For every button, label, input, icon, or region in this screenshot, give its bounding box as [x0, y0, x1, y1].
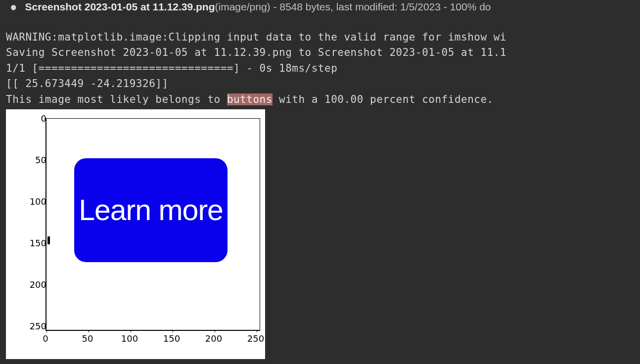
y-tick-label: 50: [27, 155, 46, 165]
y-tick-label: 150: [27, 238, 46, 248]
file-meta-label: (image/png) - 8548 bytes, last modified:…: [215, 1, 491, 12]
x-tick-label: 250: [246, 333, 266, 344]
console-line-logits: [[ 25.673449 -24.219326]]: [6, 78, 169, 90]
plot-axes: Learn more: [46, 118, 260, 331]
x-tick-label: 50: [78, 333, 97, 344]
console-line-warning: WARNING:matplotlib.image:Clipping input …: [6, 31, 506, 43]
filename-label: Screenshot 2023-01-05 at 11.12.39.png: [25, 1, 215, 12]
y-tick-label: 0: [27, 113, 46, 124]
console-line-prediction: This image most likely belongs to button…: [6, 93, 494, 105]
console-output: WARNING:matplotlib.image:Clipping input …: [0, 14, 640, 107]
x-tick-label: 0: [36, 333, 55, 344]
x-tick-label: 200: [204, 333, 224, 344]
plot-frame: Learn more: [46, 118, 260, 330]
x-tick-label: 150: [162, 333, 182, 344]
matplotlib-figure: 0 50 100 150 200 250 0 50 100 150 200 25…: [6, 109, 265, 359]
console-line-progress: 1/1 [==============================] - 0…: [6, 62, 337, 74]
y-tick-label: 200: [27, 279, 46, 290]
file-info-bar: ● Screenshot 2023-01-05 at 11.12.39.png(…: [0, 0, 640, 14]
button-image-text: Learn more: [79, 193, 223, 227]
x-tick-label: 100: [120, 333, 139, 344]
classified-button-image: Learn more: [74, 158, 228, 262]
prediction-class-highlight: buttons: [227, 93, 273, 105]
y-tick-label: 250: [27, 321, 46, 331]
console-line-saving: Saving Screenshot 2023-01-05 at 11.12.39…: [6, 46, 506, 58]
bullet-icon: ●: [10, 1, 17, 13]
y-tick-label: 100: [27, 196, 46, 207]
cursor-artifact: [47, 236, 50, 244]
